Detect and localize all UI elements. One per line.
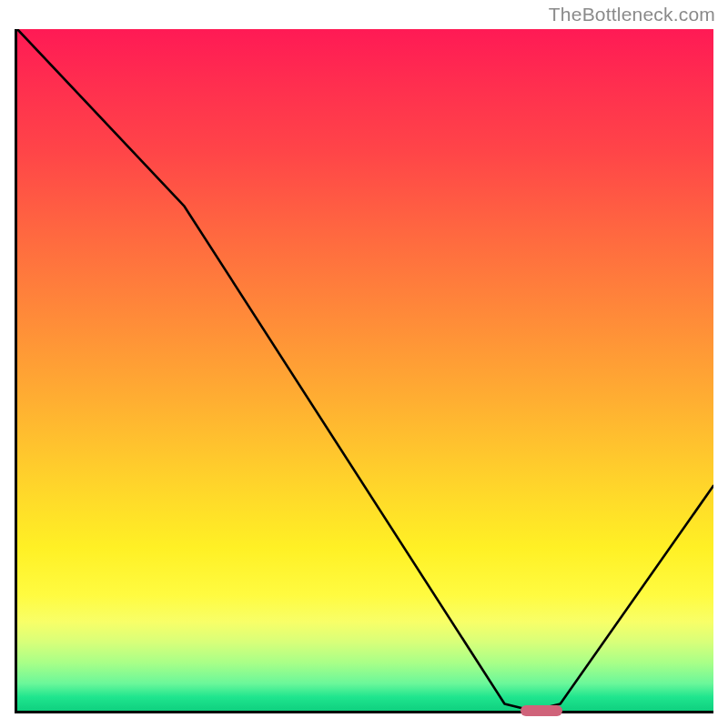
chart-container: TheBottleneck.com [0, 0, 728, 728]
plot-area [15, 29, 713, 713]
bottleneck-curve [17, 29, 713, 711]
optimum-marker [521, 705, 562, 716]
attribution-label: TheBottleneck.com [549, 4, 715, 25]
